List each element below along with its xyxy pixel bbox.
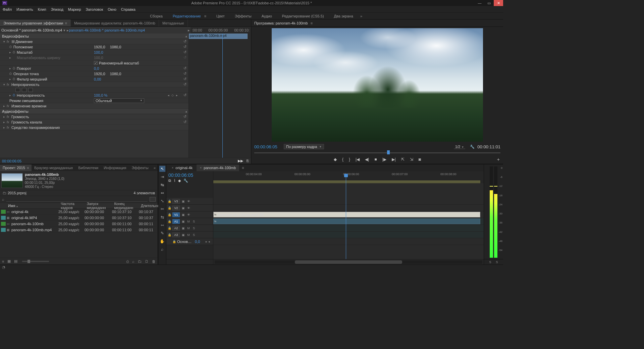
reset-icon[interactable]: ↺ (183, 77, 186, 81)
effect-panner[interactable]: ▸fxСредство панорамирования (0, 125, 189, 130)
reset-icon[interactable]: ↺ (183, 50, 186, 54)
list-view-icon[interactable]: ≡ (2, 259, 4, 263)
reset-icon[interactable]: ↺ (183, 82, 186, 87)
reset-icon[interactable]: ↺ (183, 45, 186, 49)
project-item[interactable]: ▦ panoram-4k-100mb.mp4 25,00 кадр/с 00:0… (0, 227, 158, 233)
workspace-audio[interactable]: Аудио (262, 14, 272, 18)
program-timecode-current[interactable]: 00:00:06:05 (254, 144, 281, 149)
track-header-v1[interactable]: 🔒V1▣👁 (166, 211, 213, 218)
snap-icon[interactable]: ⧉ (168, 179, 171, 183)
toggle-output-icon[interactable]: ▣ (181, 213, 185, 216)
sort-icon[interactable]: ▴ (16, 205, 18, 208)
project-item[interactable]: ▭ panoram-4k-100mb 25,00 кадр/с 00:00:00… (0, 221, 158, 227)
track-select-tool[interactable]: ⇥ (159, 174, 165, 180)
ripple-edit-tool[interactable]: ↹ (159, 182, 165, 188)
program-video[interactable] (272, 28, 483, 142)
solo-right[interactable]: S (496, 260, 498, 264)
workspace-editing[interactable]: Редактирование (173, 14, 201, 18)
tab-audio-clip-mixer[interactable]: Микширование аудиоклипа: panoram-4k-100m… (71, 19, 159, 27)
track-header-v2[interactable]: 🔒V2▣👁 (166, 205, 213, 211)
tab-libraries[interactable]: Библиотеки (76, 164, 101, 171)
scale-value[interactable]: 100,0 (94, 50, 103, 54)
program-tab[interactable]: Программа: panoram-4k-100mb (254, 21, 308, 25)
mask-ellipse-icon[interactable] (15, 88, 20, 92)
toggle-output-icon[interactable]: ▣ (181, 227, 185, 230)
lock-icon[interactable]: 🔒 (168, 200, 171, 203)
new-bin-button[interactable]: 🗀 (138, 259, 142, 263)
go-to-out-button[interactable]: ▶| (392, 157, 396, 162)
scrubber-playhead[interactable] (387, 150, 390, 154)
extract-button[interactable]: ⇲ (410, 157, 413, 162)
effect-time-remap[interactable]: ▸fxИзменение времени (0, 103, 189, 109)
sequence-tab-original[interactable]: ×original-4k (168, 164, 196, 171)
delete-button[interactable]: 🗑 (152, 259, 156, 263)
lock-icon[interactable]: 🔒 (168, 213, 171, 216)
mark-in-button[interactable]: { (342, 157, 343, 162)
ec-timeline[interactable]: panoram-4k-100mb.mp4 (189, 34, 251, 158)
toggle-sync-icon[interactable]: 👁 (186, 206, 191, 210)
timeline-ruler[interactable]: 00:00:04:00 00:00:05:00 00:00:06:00 00:0… (213, 171, 484, 183)
dropdown-icon[interactable]: ▾ (63, 28, 65, 33)
slip-tool[interactable]: ⇆ (159, 214, 165, 220)
linked-selection-icon[interactable]: ⌇ (174, 179, 175, 183)
reset-icon[interactable]: ↺ (183, 71, 186, 76)
workspace-assembly[interactable]: Сборка (150, 14, 163, 18)
close-tab-icon[interactable]: × (172, 166, 173, 169)
menu-file[interactable]: Файл (3, 7, 12, 11)
tab-project[interactable]: Проект: 2015 ≡ (0, 164, 32, 171)
column-name[interactable]: Имя▴ (7, 204, 59, 208)
track-lane-v3[interactable] (213, 198, 484, 205)
track-lane-v1[interactable]: fxpanoram-4k-100mb.mp4 [В] (213, 211, 484, 218)
toggle-output-icon[interactable]: ▣ (181, 220, 185, 223)
add-marker-icon[interactable]: ◆ (178, 179, 181, 183)
timeline-clip-audio[interactable]: fx (213, 218, 480, 224)
project-item[interactable]: ▭ original-4k 25,00 кадр/с 00:00:00:00 0… (0, 209, 158, 215)
menu-sequence[interactable]: Эпизод (51, 7, 63, 11)
track-lane-a2[interactable] (213, 225, 484, 232)
track-lane-v2[interactable] (213, 205, 484, 211)
menu-help[interactable]: Справка (121, 7, 136, 11)
automate-icon[interactable]: ⎙ (126, 259, 129, 263)
menu-marker[interactable]: Маркер (68, 7, 81, 11)
mask-rect-icon[interactable] (22, 88, 26, 92)
tab-media-browser[interactable]: Браузер медиаданных (32, 164, 75, 171)
label-swatch[interactable] (1, 228, 6, 232)
find-icon[interactable]: ⌕ (132, 259, 135, 263)
position-value[interactable]: 1920,01080,0 (94, 45, 121, 49)
menu-title[interactable]: Заголовок (86, 7, 103, 11)
hand-tool[interactable]: ✋ (159, 238, 165, 244)
track-header-master[interactable]: 🔒Основ…0,0▸◂ (166, 238, 213, 245)
razor-tool[interactable]: ✂ (159, 206, 165, 212)
toggle-output-icon[interactable]: ▣ (181, 200, 185, 203)
zoom-tool[interactable]: ⌕ (159, 246, 165, 252)
tab-info[interactable]: Информация (101, 164, 129, 171)
menu-window[interactable]: Окно (108, 7, 116, 11)
settings-icon[interactable]: 🔧 (183, 179, 188, 183)
lock-icon[interactable]: 🔒 (168, 220, 171, 223)
thumbnail-size-slider[interactable] (22, 261, 49, 262)
toggle-sync-icon[interactable]: 👁 (186, 200, 191, 203)
workspace-cs55[interactable]: Редактирование (CS5.5) (282, 14, 324, 18)
slide-tool[interactable]: ⇿ (159, 222, 165, 228)
sequence-path[interactable]: panoram-4k-100mb * panoram-4k-100mb.mp4 (69, 28, 145, 32)
keyframe-nav[interactable]: ◂ ◇ ▸ (168, 94, 178, 97)
lock-icon[interactable]: 🔒 (168, 227, 171, 230)
add-marker-button[interactable]: ◆ (334, 157, 337, 162)
menu-clip[interactable]: Клип (38, 7, 46, 11)
preview-thumbnail[interactable] (1, 173, 23, 188)
workspace-color[interactable]: Цвет (216, 14, 225, 18)
button-editor-icon[interactable]: + (497, 157, 500, 162)
resolution-dropdown[interactable]: 1/2 ▼ (454, 145, 465, 149)
column-duration[interactable]: Длительнос (140, 204, 158, 208)
lift-button[interactable]: ⇱ (401, 157, 405, 162)
ec-play-icon[interactable]: ▶▶ (238, 159, 243, 163)
reset-icon[interactable]: ↺ (183, 39, 186, 44)
menu-edit[interactable]: Изменить (16, 7, 33, 11)
opacity-value[interactable]: 100,0 % (94, 93, 107, 97)
effect-opacity[interactable]: ▾fxНепрозрачность↺ (0, 82, 189, 87)
step-back-button[interactable]: ◀| (365, 157, 369, 162)
zoom-fit-dropdown[interactable]: По размеру кадра▼ (284, 144, 324, 149)
ec-playhead[interactable] (222, 34, 223, 158)
timeline-scrollbar[interactable] (215, 260, 482, 264)
effect-volume[interactable]: ▸fxГромкость↺ (0, 114, 189, 119)
